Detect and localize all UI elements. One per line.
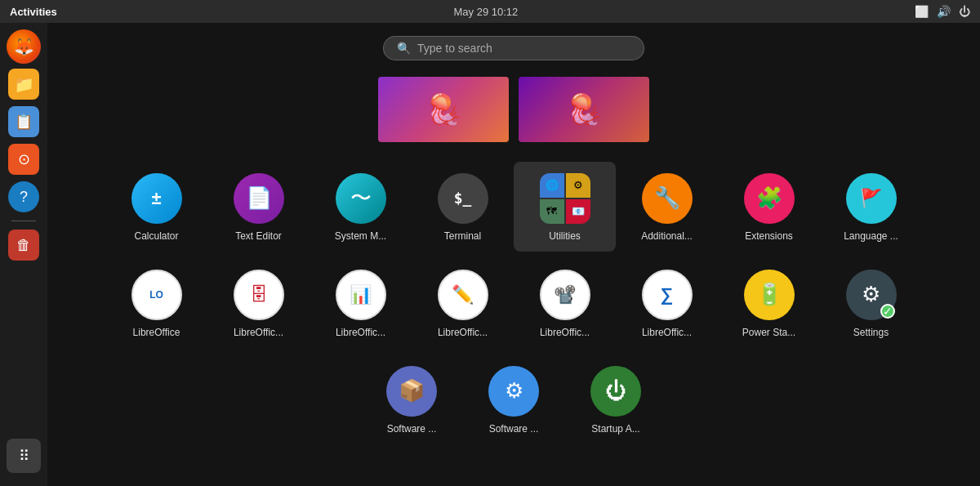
software-updater-label: Software ... (387, 423, 437, 435)
utilities-icon: 🌐 ⚙ 🗺 📧 (540, 173, 590, 224)
dock-item-help[interactable]: ? (7, 180, 41, 214)
extensions-icon: 🧩 (744, 173, 795, 224)
libreoffice-draw-label: LibreOffic... (438, 327, 488, 338)
app-startup-apps[interactable]: ⏻ Startup A... (565, 354, 667, 444)
software-label: Software ... (489, 423, 539, 435)
app-software-updater[interactable]: 📦 Software ... (361, 354, 463, 444)
app-system-monitor[interactable]: 〜 System M... (310, 162, 412, 252)
system-tray: ⬜ 🔊 ⏻ (915, 5, 970, 18)
dock-separator (11, 221, 36, 221)
util-cell-3: 🗺 (540, 199, 564, 224)
startup-apps-icon: ⏻ (590, 366, 641, 417)
app-row-3: 📦 Software ... ⚙ Software ... ⏻ Startup … (361, 354, 667, 444)
text-editor-icon: 📄 (234, 173, 284, 224)
power-icon[interactable]: ⏻ (959, 5, 970, 18)
additional-icon: 🔧 (642, 173, 693, 224)
trash-icon: 🗑 (8, 230, 39, 261)
app-text-editor[interactable]: 📄 Text Editor (207, 162, 310, 252)
app-software[interactable]: ⚙ Software ... (463, 354, 565, 444)
util-cell-1: 🌐 (540, 173, 564, 198)
util-cell-4: 📧 (566, 199, 590, 224)
search-icon: 🔍 (397, 42, 411, 55)
calculator-icon: ± (131, 173, 182, 224)
libreoffice-base-icon: 🗄 (234, 270, 284, 320)
app-calculator[interactable]: ± Calculator (105, 162, 207, 252)
startup-apps-label: Startup A... (591, 423, 639, 435)
libreoffice-impress-icon: 📽️ (540, 270, 590, 320)
app-libreoffice-math[interactable]: ∑ LibreOffic... (616, 258, 718, 348)
software-updater-icon: 📦 (386, 366, 437, 417)
dock-item-trash[interactable]: 🗑 (7, 228, 41, 262)
app-utilities[interactable]: 🌐 ⚙ 🗺 📧 Utilities (514, 162, 616, 252)
window-icon[interactable]: ⬜ (915, 5, 929, 18)
workspace-switcher: 🪼 🪼 (378, 77, 649, 142)
power-stats-label: Power Sta... (742, 327, 795, 338)
app-power-stats[interactable]: 🔋 Power Sta... (718, 258, 820, 348)
volume-icon[interactable]: 🔊 (937, 5, 951, 18)
app-settings[interactable]: ✓ ⚙ Settings (820, 258, 922, 348)
ubuntu-software-icon: ⊙ (8, 144, 39, 175)
libreoffice-calc-icon: 📊 (336, 270, 386, 320)
system-monitor-label: System M... (335, 230, 386, 242)
app-grid: ± Calculator 📄 Text Editor 〜 System M...… (47, 162, 980, 444)
app-language[interactable]: 🚩 Language ... (820, 162, 922, 252)
datetime-display: May 29 10:12 (454, 6, 519, 18)
power-stats-icon: 🔋 (744, 270, 795, 320)
dock-item-firefox[interactable]: 🦊 (7, 29, 41, 64)
topbar: Activities May 29 10:12 ⬜ 🔊 ⏻ (0, 0, 980, 23)
app-terminal[interactable]: $_ Terminal (412, 162, 514, 252)
app-additional[interactable]: 🔧 Additional... (616, 162, 718, 252)
libreoffice-base-label: LibreOffic... (234, 327, 283, 338)
app-libreoffice[interactable]: LO LibreOffice (105, 258, 207, 348)
libreoffice-icon: LO (131, 270, 182, 320)
dock-item-apps-grid[interactable]: ⠿ (7, 439, 41, 473)
dock: 🦊 📁 📋 ⊙ ? 🗑 ⠿ (0, 23, 47, 486)
language-icon: 🚩 (846, 173, 897, 224)
extensions-label: Extensions (745, 230, 793, 242)
files-icon: 📁 (8, 69, 39, 100)
libreoffice-draw-icon: ✏️ (438, 270, 488, 320)
libreoffice-math-label: LibreOffic... (642, 327, 692, 338)
clipboard-icon: 📋 (8, 106, 39, 137)
dock-item-clipboard[interactable]: 📋 (7, 105, 41, 139)
software-icon: ⚙ (488, 366, 539, 417)
app-libreoffice-draw[interactable]: ✏️ LibreOffic... (412, 258, 514, 348)
app-row-2: LO LibreOffice 🗄 LibreOffic... 📊 LibreOf… (105, 258, 922, 348)
search-bar[interactable]: 🔍 (383, 36, 644, 60)
workspace-2-thumbnail: 🪼 (519, 77, 649, 142)
workspace-1-thumbnail: 🪼 (378, 77, 509, 142)
calculator-label: Calculator (134, 230, 178, 242)
firefox-icon: 🦊 (7, 29, 41, 64)
settings-icon: ✓ ⚙ (846, 270, 897, 320)
activities-button[interactable]: Activities (10, 6, 57, 18)
terminal-label: Terminal (444, 230, 481, 242)
dock-item-files[interactable]: 📁 (7, 67, 41, 101)
apps-grid-icon: ⠿ (7, 439, 41, 473)
help-icon: ? (8, 181, 39, 212)
main-area: 🔍 🪼 🪼 ± Calculator 📄 Text Editor (47, 23, 980, 486)
text-editor-label: Text Editor (235, 230, 282, 242)
dock-item-ubuntu-software[interactable]: ⊙ (7, 142, 41, 176)
app-extensions[interactable]: 🧩 Extensions (718, 162, 820, 252)
workspace-1[interactable]: 🪼 (378, 77, 509, 142)
libreoffice-calc-label: LibreOffic... (336, 327, 385, 338)
libreoffice-impress-label: LibreOffic... (540, 327, 590, 338)
jellyfish-icon-1: 🪼 (425, 92, 462, 127)
additional-label: Additional... (641, 230, 693, 242)
system-monitor-icon: 〜 (336, 173, 386, 224)
workspace-2[interactable]: 🪼 (519, 77, 649, 142)
libreoffice-label: LibreOffice (133, 327, 180, 338)
jellyfish-icon-2: 🪼 (566, 92, 603, 127)
language-label: Language ... (844, 230, 898, 242)
app-row-1: ± Calculator 📄 Text Editor 〜 System M...… (105, 162, 922, 252)
settings-label: Settings (853, 327, 889, 338)
app-libreoffice-impress[interactable]: 📽️ LibreOffic... (514, 258, 616, 348)
utilities-label: Utilities (549, 230, 581, 242)
terminal-icon: $_ (438, 173, 488, 224)
app-libreoffice-calc[interactable]: 📊 LibreOffic... (310, 258, 412, 348)
libreoffice-math-icon: ∑ (642, 270, 693, 320)
app-libreoffice-base[interactable]: 🗄 LibreOffic... (207, 258, 310, 348)
search-input[interactable] (417, 42, 630, 55)
util-cell-2: ⚙ (566, 173, 590, 198)
